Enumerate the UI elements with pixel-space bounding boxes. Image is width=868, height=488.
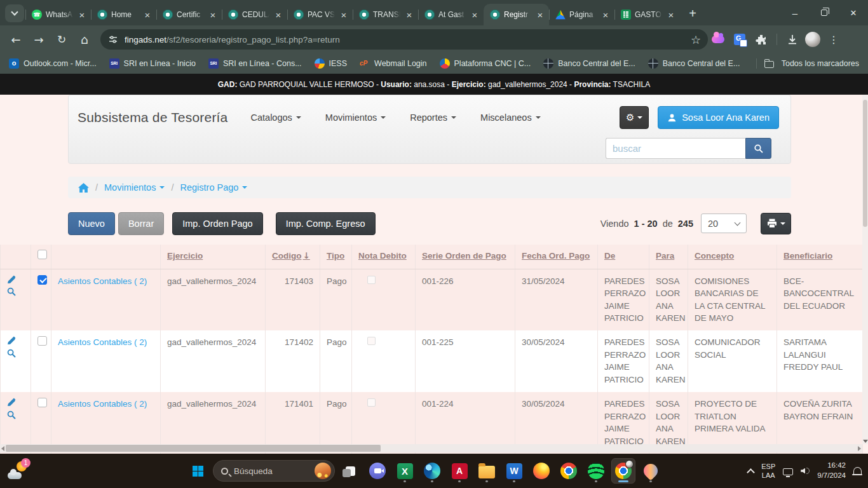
col-ejercicio[interactable]: Ejercicio (161, 245, 266, 269)
scroll-down-arrow[interactable] (863, 440, 868, 443)
edit-pencil-icon[interactable] (7, 275, 16, 288)
col-beneficiario[interactable]: Beneficiario (777, 245, 863, 269)
bookmark-item[interactable]: SRI en Línea - Inicio (109, 58, 196, 69)
profile-avatar[interactable] (805, 32, 820, 47)
asientos-contables-link[interactable]: Asientos Contables ( 2) (58, 276, 147, 286)
firefox-button[interactable] (529, 458, 553, 484)
language-indicator[interactable]: ESPLAA (761, 462, 775, 480)
tab-search-button[interactable] (5, 4, 24, 22)
menu-item[interactable]: Catalogos (251, 112, 301, 123)
tab-close-icon[interactable] (600, 10, 611, 20)
browser-tab[interactable]: Certific (156, 4, 222, 25)
file-explorer-button[interactable] (475, 458, 499, 484)
bookmark-item[interactable]: Outlook.com - Micr... (9, 58, 97, 69)
window-close-button[interactable] (839, 0, 868, 25)
window-restore-button[interactable] (810, 0, 839, 25)
weather-extension-icon[interactable] (709, 30, 727, 48)
home-button[interactable] (75, 30, 94, 49)
spotify-button[interactable] (584, 458, 608, 484)
col-codigo[interactable]: Codigo (266, 245, 320, 269)
view-magnifier-icon[interactable] (7, 349, 16, 362)
scroll-right-arrow[interactable] (858, 446, 861, 451)
nuevo-button[interactable]: Nuevo (68, 212, 115, 235)
edit-pencil-icon[interactable] (7, 398, 16, 410)
browser-tab[interactable]: Home (91, 4, 156, 25)
bookmark-item[interactable]: Banco Central del E... (648, 58, 740, 69)
excel-button[interactable]: X (393, 458, 417, 484)
bookmark-item[interactable]: Plataforma CNC | C... (440, 58, 531, 69)
view-magnifier-icon[interactable] (7, 410, 16, 423)
asientos-contables-link[interactable]: Asientos Contables ( 2) (58, 399, 147, 409)
browser-tab[interactable]: Registr (484, 4, 549, 25)
window-minimize-button[interactable] (780, 0, 810, 25)
tab-close-icon[interactable] (666, 10, 676, 20)
chrome-active-button[interactable] (611, 458, 635, 484)
settings-gear-button[interactable] (620, 106, 649, 129)
select-all-checkbox[interactable] (37, 250, 47, 259)
breadcrumb-registro-pago[interactable]: Registro Pago (180, 182, 247, 193)
vertical-scrollbar[interactable] (862, 95, 868, 444)
col-nota-debito[interactable]: Nota Debito (352, 245, 416, 269)
bookmark-star-icon[interactable] (686, 30, 705, 49)
col-tipo[interactable]: Tipo (320, 245, 352, 269)
nota-debito-checkbox[interactable] (367, 337, 376, 345)
network-icon[interactable] (783, 468, 793, 475)
tab-close-icon[interactable] (404, 10, 414, 20)
bookmark-item[interactable]: Webmail Login (360, 58, 426, 69)
taskbar-search[interactable]: Búsqueda (213, 460, 335, 482)
teams-chat-button[interactable] (365, 458, 390, 484)
menu-item[interactable]: Miscelaneos (480, 112, 541, 123)
menu-item[interactable]: Reportes (410, 112, 456, 123)
forward-button[interactable] (29, 30, 48, 49)
imp-orden-pago-button[interactable]: Imp. Orden Pago (172, 212, 262, 235)
paint-app-button[interactable] (639, 458, 663, 484)
chrome-button[interactable] (557, 458, 581, 484)
col-concepto[interactable]: Concepto (688, 245, 777, 269)
tab-close-icon[interactable] (535, 10, 545, 20)
browser-tab[interactable]: PAC VS (287, 4, 353, 25)
scrollbar-thumb[interactable] (6, 445, 381, 452)
translate-icon[interactable] (731, 30, 749, 48)
search-input[interactable] (606, 138, 745, 159)
extensions-puzzle-icon[interactable] (752, 30, 770, 48)
volume-control[interactable] (801, 468, 810, 474)
acrobat-button[interactable]: A (447, 458, 471, 484)
browser-tab[interactable]: TRANSF (353, 4, 418, 25)
home-icon[interactable] (78, 183, 89, 193)
tab-close-icon[interactable] (273, 10, 283, 20)
task-view-button[interactable] (338, 458, 362, 484)
col-de[interactable]: De (598, 245, 649, 269)
edit-pencil-icon[interactable] (7, 336, 16, 349)
scrollbar-thumb[interactable] (863, 100, 867, 227)
browser-tab[interactable]: CEDULA (222, 4, 287, 25)
tab-close-icon[interactable] (142, 10, 153, 20)
new-tab-button[interactable] (684, 4, 702, 22)
notifications-bell-icon[interactable] (853, 467, 862, 474)
taskbar-weather-widget[interactable]: 1 (8, 461, 28, 480)
row-checkbox[interactable] (37, 275, 47, 285)
tab-close-icon[interactable] (208, 10, 218, 20)
bookmark-item[interactable]: SRI en Línea - Cons... (208, 58, 302, 69)
user-button[interactable]: Sosa Loor Ana Karen (658, 106, 779, 129)
browser-tab[interactable]: GASTO (614, 4, 680, 25)
word-button[interactable]: W (502, 458, 526, 484)
edge-button[interactable] (420, 458, 444, 484)
start-button[interactable] (186, 458, 210, 484)
reload-button[interactable] (52, 30, 71, 49)
tab-close-icon[interactable] (77, 10, 87, 20)
row-checkbox[interactable] (37, 336, 47, 346)
col-para[interactable]: Para (649, 245, 688, 269)
nota-debito-checkbox[interactable] (367, 398, 376, 407)
bookmark-item[interactable]: IESS (315, 58, 348, 69)
address-bar[interactable]: fingads.net/sf2/tesoreria/registro_pago_… (100, 29, 708, 50)
menu-item[interactable]: Movimientos (325, 112, 386, 123)
asientos-contables-link[interactable]: Asientos Contables ( 2) (58, 337, 147, 347)
borrar-button[interactable]: Borrar (118, 212, 164, 235)
page-size-select[interactable]: 20 (701, 214, 747, 233)
browser-tab[interactable]: WhatsA (25, 4, 91, 25)
bookmark-item[interactable]: Banco Central del E... (543, 58, 635, 69)
hidden-icons-chevron[interactable] (747, 468, 755, 477)
horizontal-scrollbar[interactable] (0, 444, 862, 452)
browser-menu-icon[interactable] (824, 30, 843, 49)
breadcrumb-movimientos[interactable]: Movimientos (104, 182, 165, 193)
